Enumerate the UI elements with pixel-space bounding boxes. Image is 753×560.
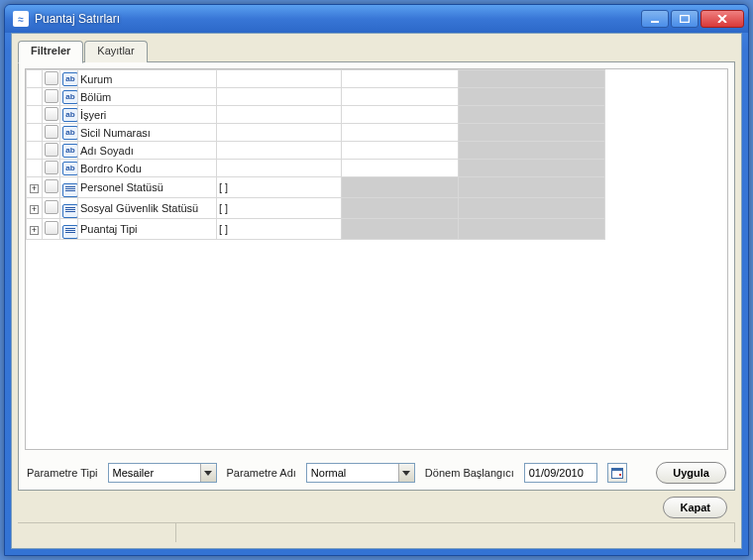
- tabstrip: Filtreler Kayıtlar: [18, 41, 735, 62]
- row-lookup-button[interactable]: [45, 221, 58, 235]
- window-title: Puantaj Satırları: [35, 12, 641, 26]
- app-window: ≈ Puantaj Satırları Filtreler Kayıtlar: [4, 4, 749, 556]
- period-label: Dönem Başlangıcı: [425, 467, 514, 479]
- text-type-icon: ab: [62, 144, 78, 158]
- calendar-button[interactable]: [607, 463, 627, 483]
- expand-button[interactable]: +: [30, 184, 39, 193]
- filter-value-cell[interactable]: [342, 142, 459, 160]
- text-type-icon: ab: [62, 126, 78, 140]
- param-name-combo[interactable]: Normal: [306, 463, 415, 483]
- filter-value-cell[interactable]: [ ]: [217, 177, 342, 198]
- chevron-down-icon: [398, 464, 414, 482]
- chevron-down-icon: [200, 464, 216, 482]
- filler-cell: [605, 142, 727, 160]
- filter-value-cell[interactable]: [217, 106, 342, 124]
- filter-grid: abKurumabBölümabİşyeriabSicil Numarasıab…: [25, 68, 728, 450]
- filter-label: Adı Soyadı: [78, 142, 217, 160]
- tabpage-filtreler: abKurumabBölümabİşyeriabSicil Numarasıab…: [18, 61, 735, 491]
- filter-value-cell: [459, 142, 605, 160]
- param-type-value: Mesailer: [109, 467, 200, 479]
- calendar-icon: [611, 467, 623, 479]
- filter-value-cell[interactable]: [342, 88, 459, 106]
- row-lookup-button[interactable]: [45, 125, 58, 139]
- tab-kayitlar[interactable]: Kayıtlar: [84, 41, 147, 62]
- filter-label: Sosyal Güvenlik Statüsü: [78, 198, 217, 219]
- filler-cell: [605, 106, 727, 124]
- row-lookup-button[interactable]: [45, 179, 58, 193]
- svg-rect-0: [651, 21, 659, 23]
- filter-value-cell[interactable]: [217, 160, 342, 177]
- close-button[interactable]: [700, 10, 744, 28]
- expand-button[interactable]: +: [30, 205, 39, 214]
- titlebar[interactable]: ≈ Puantaj Satırları: [5, 5, 748, 33]
- filler-cell: [605, 88, 727, 106]
- close-dialog-button[interactable]: Kapat: [663, 497, 727, 518]
- filler-cell: [605, 177, 727, 198]
- filter-value-cell[interactable]: [217, 88, 342, 106]
- row-lookup-button[interactable]: [45, 71, 58, 85]
- text-type-icon: ab: [62, 108, 78, 122]
- filter-label: Puantaj Tipi: [78, 219, 217, 240]
- filter-value-cell: [342, 177, 459, 198]
- filter-value-cell[interactable]: [ ]: [217, 219, 342, 240]
- apply-button[interactable]: Uygula: [656, 462, 726, 484]
- filter-row: abSicil Numarası: [27, 124, 727, 142]
- filter-value-cell[interactable]: [342, 160, 459, 177]
- row-lookup-button[interactable]: [45, 200, 58, 214]
- filter-value-cell: [459, 88, 605, 106]
- filter-value-cell[interactable]: [217, 124, 342, 142]
- row-lookup-button[interactable]: [45, 107, 58, 121]
- filter-row: +Puantaj Tipi[ ]: [27, 219, 727, 240]
- filter-value-cell: [459, 219, 605, 240]
- filter-value-cell[interactable]: [342, 70, 459, 88]
- filter-label: Kurum: [78, 70, 217, 88]
- filter-value-cell: [459, 124, 605, 142]
- filter-value-cell[interactable]: [217, 142, 342, 160]
- expand-button[interactable]: +: [30, 226, 39, 235]
- list-type-icon: [62, 204, 78, 218]
- filter-row: abKurum: [27, 70, 727, 88]
- parameter-bar: Parametre Tipi Mesailer Parametre Adı No…: [19, 456, 734, 490]
- row-lookup-button[interactable]: [45, 89, 58, 103]
- filter-value-cell[interactable]: [342, 124, 459, 142]
- filter-label: İşyeri: [78, 106, 217, 124]
- filler-cell: [605, 219, 727, 240]
- row-lookup-button[interactable]: [45, 161, 58, 174]
- minimize-button[interactable]: [641, 10, 669, 28]
- filler-cell: [605, 124, 727, 142]
- status-cell-1: [18, 523, 176, 542]
- filter-value-cell[interactable]: [342, 106, 459, 124]
- row-lookup-button[interactable]: [45, 143, 58, 157]
- client-area: Filtreler Kayıtlar abKurumabBölümabİşyer…: [11, 33, 742, 549]
- filter-row: abBölüm: [27, 88, 727, 106]
- statusbar: [18, 522, 735, 542]
- tab-filtreler[interactable]: Filtreler: [18, 41, 83, 63]
- text-type-icon: ab: [62, 162, 78, 175]
- filter-row: abBordro Kodu: [27, 160, 727, 177]
- param-type-combo[interactable]: Mesailer: [108, 463, 217, 483]
- footer-row: Kapat: [18, 491, 735, 520]
- period-date-value: 01/09/2010: [529, 467, 584, 479]
- svg-rect-4: [619, 474, 621, 476]
- text-type-icon: ab: [62, 90, 78, 104]
- list-type-icon: [62, 183, 78, 197]
- svg-rect-3: [611, 468, 623, 471]
- filler-cell: [605, 70, 727, 88]
- period-date-input[interactable]: 01/09/2010: [524, 463, 597, 483]
- maximize-button[interactable]: [671, 10, 699, 28]
- filter-value-cell: [459, 198, 605, 219]
- filter-value-cell: [342, 219, 459, 240]
- list-type-icon: [62, 225, 78, 239]
- filter-row: +Sosyal Güvenlik Statüsü[ ]: [27, 198, 727, 219]
- filter-row: +Personel Statüsü[ ]: [27, 177, 727, 198]
- filter-value-cell[interactable]: [217, 70, 342, 88]
- filter-label: Sicil Numarası: [78, 124, 217, 142]
- app-icon: ≈: [13, 11, 29, 27]
- filter-value-cell: [459, 160, 605, 177]
- filter-value-cell: [459, 70, 605, 88]
- maximize-icon: [680, 15, 690, 23]
- param-type-label: Parametre Tipi: [27, 467, 98, 479]
- filler-cell: [605, 160, 727, 177]
- filler-cell: [605, 198, 727, 219]
- filter-value-cell[interactable]: [ ]: [217, 198, 342, 219]
